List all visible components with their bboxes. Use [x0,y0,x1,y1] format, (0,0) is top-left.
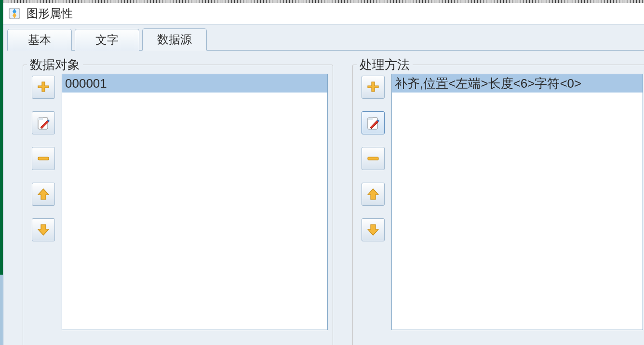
edit-data-button[interactable] [32,111,55,134]
minus-icon [366,151,380,166]
group-label-process-method: 处理方法 [357,56,413,73]
minus-icon [36,151,51,166]
list-item-text: 000001 [65,76,107,91]
tab-label: 基本 [28,32,51,48]
data-object-list[interactable]: 000001 [62,74,328,330]
process-method-toolbar [362,74,385,345]
arrow-up-icon [366,187,380,201]
tab-datasource[interactable]: 数据源 [142,28,207,51]
remove-data-button[interactable] [32,147,55,170]
process-method-group: 处理方法 [352,65,644,345]
list-item[interactable]: 000001 [62,74,327,93]
data-object-group: 数据对象 [23,65,333,345]
window-title: 图形属性 [27,6,73,21]
tab-bar: 基本 文字 数据源 [3,27,644,51]
app-icon [8,7,21,20]
arrow-down-icon [36,223,51,237]
svg-rect-6 [368,157,378,160]
edit-method-button[interactable] [362,111,385,134]
svg-rect-4 [38,157,49,160]
tab-label: 数据源 [157,32,192,47]
arrow-down-icon [366,223,380,237]
tab-content: 数据对象 [3,53,644,345]
list-item-text: 补齐,位置<左端>长度<6>字符<0> [395,76,581,91]
dialog-window: 图形属性 基本 文字 数据源 数据对象 [3,3,644,345]
list-item[interactable]: 补齐,位置<左端>长度<6>字符<0> [392,74,643,93]
move-up-data-button[interactable] [32,183,55,206]
edit-document-icon [366,116,380,130]
tab-label: 文字 [95,32,119,48]
process-method-list[interactable]: 补齐,位置<左端>长度<6>字符<0> [391,74,643,330]
move-down-method-button[interactable] [362,218,385,241]
plus-icon [366,80,380,94]
move-up-method-button[interactable] [362,183,385,206]
arrow-up-icon [36,187,51,201]
add-method-button[interactable] [362,76,385,99]
move-down-data-button[interactable] [32,218,55,241]
tab-text[interactable]: 文字 [75,29,139,51]
title-bar: 图形属性 [3,3,644,25]
remove-method-button[interactable] [362,147,385,170]
tab-basic[interactable]: 基本 [7,29,72,51]
data-object-toolbar [32,74,55,345]
add-data-button[interactable] [32,76,55,99]
group-label-data-object: 数据对象 [27,56,83,73]
plus-icon [36,80,51,94]
edit-document-icon [36,116,51,130]
